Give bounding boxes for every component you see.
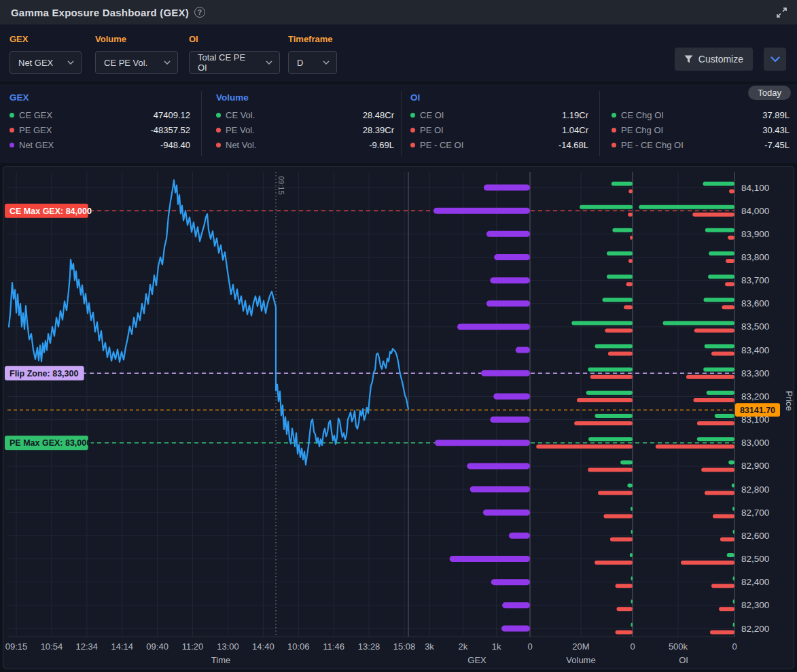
pe-dot <box>410 143 415 147</box>
collapse-panel-button[interactable] <box>764 48 786 71</box>
chevron-down-icon <box>313 60 330 65</box>
volume-ce-bar <box>607 275 633 279</box>
oi-ce-bar <box>733 576 735 580</box>
gex-tick-label: 0 <box>527 641 532 652</box>
filter-bar: GEX Net GEX Volume CE PE Vol. OI Total C… <box>0 24 797 82</box>
expand-icon[interactable] <box>776 7 787 18</box>
price-tick-label: 82,500 <box>741 554 769 564</box>
gex-bar <box>490 417 530 423</box>
stats-group-oi: OI CE OI 1.19Cr PE OI 1.04Cr PE - CE OI … <box>410 92 790 152</box>
filter-volume: Volume CE PE Vol. <box>95 34 178 74</box>
price-line <box>9 180 408 465</box>
volume-pe-bar <box>588 467 633 472</box>
oi-select[interactable]: Total CE PE OI <box>189 51 280 74</box>
gex-bar <box>483 510 530 516</box>
volume-ce-bar <box>627 484 633 488</box>
oi-pe-bar <box>713 514 734 518</box>
filter-funnel-icon <box>684 55 693 63</box>
volume-pe-bar <box>574 421 633 425</box>
time-tick-label: 09:40 <box>146 641 169 652</box>
stat-row-net-vol: Net Vol. -9.69L <box>216 137 394 152</box>
filter-volume-label: Volume <box>95 34 178 44</box>
stats-group-title: OI <box>410 92 790 103</box>
stats-group-title: Volume <box>216 92 394 103</box>
gex-tick-label: 1k <box>492 641 501 652</box>
time-tick-label: 11:46 <box>323 641 344 652</box>
chevron-down-icon <box>58 60 74 65</box>
volume-pe-bar <box>577 398 633 402</box>
stat-value: 28.39Cr <box>363 125 394 135</box>
oi-pe-bar <box>681 561 734 565</box>
gex-chart[interactable]: 09:15CE Max GEX: 84,000Flip Zone: 83,300… <box>3 166 794 669</box>
price-tick-label: 82,900 <box>741 461 769 471</box>
volume-pe-bar <box>616 607 633 611</box>
oi-ce-bar <box>639 205 734 209</box>
oi-pe-bar <box>686 375 734 379</box>
time-tick-label: 14:14 <box>111 641 133 652</box>
stat-label: PE Chg OI <box>621 125 663 135</box>
stat-row-pe-chg-oi: PE Chg OI 30.43L <box>612 122 790 137</box>
help-icon[interactable]: ? <box>194 7 205 18</box>
timeframe-select-value: D <box>297 58 303 68</box>
volume-pe-bar <box>616 631 633 635</box>
gex-bar <box>493 393 530 400</box>
volume-tick-label: 20M <box>572 641 589 652</box>
volume-ce-bar <box>607 251 633 255</box>
price-tick-label: 83,200 <box>741 391 769 402</box>
stat-label: PE GEX <box>19 125 52 135</box>
oi-ce-bar <box>705 344 734 349</box>
time-tick-label: 11:20 <box>182 641 204 652</box>
stat-label: PE OI <box>420 125 444 135</box>
oi-ce-bar <box>732 507 734 511</box>
price-tick-label: 82,300 <box>741 600 769 610</box>
volume-ce-bar <box>571 321 633 325</box>
volume-pe-bar <box>608 352 633 356</box>
ce-dot <box>216 113 221 118</box>
stat-row-pe-ce-chg-oi: PE - CE Chg OI -7.45L <box>612 137 790 152</box>
volume-ce-bar <box>612 182 633 186</box>
price-tick-label: 82,600 <box>741 531 769 541</box>
volume-ce-bar <box>588 437 633 441</box>
stat-row-ce-oi: CE OI 1.19Cr <box>410 107 588 122</box>
stat-row-ce-vol: CE Vol. 28.48Cr <box>216 107 394 122</box>
price-tick-label: 83,600 <box>741 298 769 308</box>
oi-pe-bar <box>726 259 734 263</box>
price-tick-label: 83,500 <box>741 321 769 332</box>
price-tick-label: 83,000 <box>741 438 769 448</box>
customize-button[interactable]: Customize <box>675 48 753 71</box>
volume-ce-bar <box>603 298 633 302</box>
oi-pe-bar <box>728 236 734 240</box>
current-price-label: 83141.70 <box>740 406 775 415</box>
timeframe-select[interactable]: D <box>288 51 337 74</box>
price-tick-label: 82,800 <box>741 484 769 495</box>
filter-timeframe-label: Timeframe <box>288 34 337 44</box>
volume-axis-title: Volume <box>566 655 595 665</box>
stat-row-pe-gex: PE GEX -48357.52 <box>10 122 190 137</box>
stat-value: 37.89L <box>762 110 790 120</box>
volume-pe-bar <box>603 514 633 518</box>
volume-select-value: CE PE Vol. <box>104 58 147 68</box>
pe-dot <box>10 128 14 132</box>
stat-value: 28.48Cr <box>363 110 394 120</box>
gex-tick-label: 2k <box>458 641 467 652</box>
page-title: Gamma Exposure Dashboard (GEX) <box>11 7 189 18</box>
time-tick-label: 13:28 <box>358 641 380 652</box>
stat-value: -7.45L <box>764 140 790 150</box>
volume-select[interactable]: CE PE Vol. <box>95 51 178 74</box>
volume-ce-bar <box>630 553 633 557</box>
filter-oi-label: OI <box>189 34 280 44</box>
oi-pe-bar <box>720 537 734 542</box>
ce-dot <box>410 113 415 118</box>
volume-ce-bar <box>595 344 633 349</box>
stat-value: 30.43L <box>762 125 790 135</box>
price-tick-label: 83,100 <box>741 414 769 425</box>
volume-ce-bar <box>595 414 633 418</box>
stats-group-gex: GEX CE GEX 47409.12 PE GEX -48357.52 Net… <box>10 92 190 152</box>
gex-bar <box>502 602 530 608</box>
stat-label: PE - CE Chg OI <box>621 140 684 150</box>
oi-pe-bar <box>710 631 734 635</box>
volume-ce-bar <box>586 391 633 395</box>
ce-dot <box>10 113 14 118</box>
gex-select[interactable]: Net GEX <box>10 51 82 74</box>
gex-bar <box>486 300 530 306</box>
